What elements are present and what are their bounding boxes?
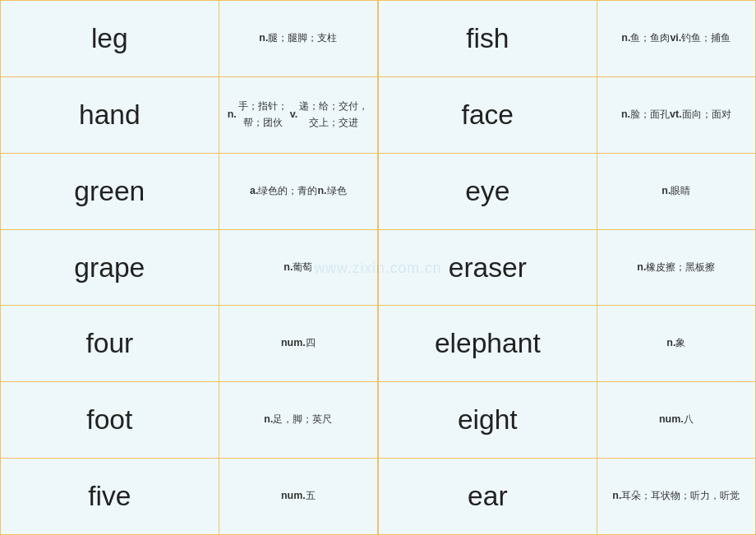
page-wrapper: www.zixin.com.cn legn. 腿；腿脚；支柱 handn. 手；…: [0, 0, 756, 535]
vocabulary-card: elephantn. 象: [379, 306, 755, 382]
card-definition: n. 手；指针；帮；团伙 v. 递；给；交付，交上；交进: [219, 77, 377, 153]
pos-tag: n.: [259, 30, 268, 47]
pos-tag: vi.: [670, 30, 681, 47]
vocabulary-card: fishn. 鱼；鱼肉 vi. 钓鱼；捕鱼: [379, 1, 755, 77]
card-definition: n. 橡皮擦；黑板擦: [597, 230, 755, 306]
card-definition: num. 五: [219, 459, 377, 534]
card-definition: n. 耳朵；耳状物；听力，听觉: [597, 459, 755, 534]
card-word: fish: [379, 1, 597, 76]
pos-tag: vt.: [670, 107, 682, 123]
left-column: legn. 腿；腿脚；支柱 handn. 手；指针；帮；团伙 v. 递；给；交付…: [0, 0, 378, 535]
vocabulary-card: handn. 手；指针；帮；团伙 v. 递；给；交付，交上；交进: [1, 77, 377, 154]
pos-tag: n.: [228, 107, 237, 123]
pos-tag: num.: [659, 412, 684, 428]
pos-tag: a.: [250, 183, 258, 200]
pos-tag: n.: [317, 183, 326, 200]
right-column: fishn. 鱼；鱼肉 vi. 钓鱼；捕鱼 facen. 脸；面孔 vt. 面向…: [378, 0, 756, 535]
vocabulary-card: eyen. 眼睛: [379, 154, 755, 230]
vocabulary-card: earn. 耳朵；耳状物；听力，听觉: [379, 459, 755, 534]
vocabulary-card: fournum. 四: [1, 306, 377, 382]
vocabulary-card: erasern. 橡皮擦；黑板擦: [379, 230, 755, 307]
card-definition: n. 象: [597, 306, 755, 381]
vocabulary-card: legn. 腿；腿脚；支柱: [1, 1, 377, 77]
card-word: eye: [379, 154, 597, 229]
pos-tag: n.: [621, 107, 630, 123]
card-definition: n. 脸；面孔 vt. 面向；面对: [597, 77, 755, 153]
pos-tag: n.: [662, 183, 671, 200]
pos-tag: n.: [264, 412, 273, 428]
card-word: green: [1, 154, 219, 229]
vocabulary-card: eightnum. 八: [379, 382, 755, 459]
card-definition: n. 眼睛: [597, 154, 755, 229]
vocabulary-card: footn. 足，脚；英尺: [1, 382, 377, 459]
pos-tag: v.: [290, 107, 297, 123]
card-definition: n. 足，脚；英尺: [219, 382, 377, 458]
vocabulary-grid: legn. 腿；腿脚；支柱 handn. 手；指针；帮；团伙 v. 递；给；交付…: [0, 0, 756, 535]
pos-tag: n.: [666, 335, 675, 352]
pos-tag: n.: [637, 260, 646, 276]
card-word: eight: [379, 382, 597, 458]
card-word: ear: [379, 459, 597, 534]
vocabulary-card: grapen. 葡萄: [1, 230, 377, 307]
card-word: hand: [1, 77, 219, 153]
card-definition: num. 四: [219, 306, 377, 381]
card-word: five: [1, 459, 219, 534]
pos-tag: n.: [612, 488, 621, 505]
card-definition: n. 葡萄: [219, 230, 377, 306]
card-word: leg: [1, 1, 219, 76]
pos-tag: num.: [281, 335, 306, 352]
card-word: elephant: [379, 306, 597, 381]
pos-tag: n.: [284, 260, 293, 276]
pos-tag: num.: [281, 488, 306, 505]
card-word: eraser: [379, 230, 597, 306]
card-definition: n. 鱼；鱼肉 vi. 钓鱼；捕鱼: [597, 1, 755, 76]
vocabulary-card: facen. 脸；面孔 vt. 面向；面对: [379, 77, 755, 154]
card-definition: a. 绿色的；青的 n. 绿色: [219, 154, 377, 229]
pos-tag: n.: [621, 30, 630, 47]
vocabulary-card: greena. 绿色的；青的 n. 绿色: [1, 154, 377, 230]
card-word: foot: [1, 382, 219, 458]
card-definition: n. 腿；腿脚；支柱: [219, 1, 377, 76]
card-word: face: [379, 77, 597, 153]
vocabulary-card: fivenum. 五: [1, 459, 377, 534]
card-word: four: [1, 306, 219, 381]
card-word: grape: [1, 230, 219, 306]
card-definition: num. 八: [597, 382, 755, 458]
